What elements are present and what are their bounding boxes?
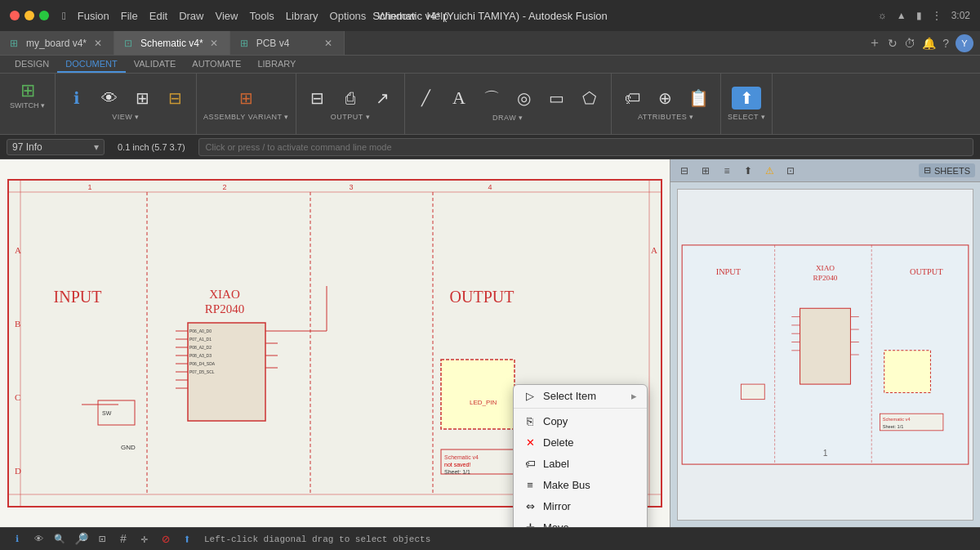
maximize-button[interactable] (39, 11, 49, 20)
attr-btn3[interactable]: 📋 (684, 87, 714, 110)
assembly-btn[interactable]: ⊞ (231, 87, 261, 110)
cm-mirror-label: Mirror (543, 500, 571, 512)
status-cursor-icon[interactable]: ⬆ (180, 532, 194, 547)
tab-close-my-board[interactable]: ✕ (92, 38, 104, 49)
info-dropdown[interactable]: 97 Info ▾ (7, 139, 105, 155)
rp-drc-btn[interactable]: ⊡ (782, 162, 800, 180)
rp-component-btn[interactable]: ⊞ (697, 162, 715, 180)
menu-draw[interactable]: Draw (179, 10, 203, 22)
svg-text:INPUT: INPUT (716, 267, 742, 276)
tab-label: PCB v4 (256, 38, 290, 49)
output-btn3[interactable]: ↗ (368, 87, 398, 110)
status-fit-icon[interactable]: ⊡ (95, 532, 109, 547)
rect-btn[interactable]: ▭ (542, 87, 572, 110)
tab-schematic[interactable]: ⊡ Schematic v4* ✕ (114, 31, 230, 55)
rp-layers-btn[interactable]: ≡ (718, 162, 736, 180)
svg-text:Sheet: 1/1: Sheet: 1/1 (444, 469, 470, 475)
spotlight-icon[interactable]: ☼ (878, 10, 887, 21)
cm-make-bus[interactable]: ≡ Make Bus (514, 474, 647, 495)
help-button[interactable]: ? (942, 37, 949, 50)
cm-delete[interactable]: ✕ Delete (514, 432, 647, 453)
status-cross-icon[interactable]: ✛ (137, 532, 152, 547)
menu-options[interactable]: Options (330, 10, 367, 22)
cm-copy[interactable]: ⎘ Copy (514, 410, 647, 432)
tab-my-board[interactable]: ⊞ my_board v4* ✕ (0, 31, 114, 55)
menu-tools[interactable]: Tools (249, 10, 274, 22)
cm-label[interactable]: 🏷 Label (514, 453, 647, 474)
status-text: Left-click diagonal drag to select objec… (204, 534, 430, 544)
titlebar-right: ☼ ▲ ▮ ⋮ 3:02 (878, 10, 970, 21)
status-grid-icon[interactable]: # (116, 532, 131, 547)
menu-library[interactable]: Library (286, 10, 318, 22)
history-button[interactable]: ⏱ (904, 37, 915, 50)
tab-close-pcb[interactable]: ✕ (323, 38, 334, 49)
tab-design[interactable]: DESIGN (7, 56, 57, 73)
status-zoom-out-icon[interactable]: 🔎 (74, 532, 88, 547)
sheets-button[interactable]: ⊟ SHEETS (919, 163, 975, 177)
rp-cursor-btn[interactable]: ⬆ (739, 162, 757, 180)
print-icon: ⎙ (345, 90, 355, 106)
line-icon: ╱ (421, 91, 430, 105)
attr-btn1[interactable]: 🏷 (618, 87, 648, 110)
polygon-btn[interactable]: ⬠ (575, 87, 604, 110)
cm-delete-label: Delete (543, 436, 574, 449)
copy-icon: ⎘ (523, 414, 537, 427)
menu-fusion[interactable]: Fusion (78, 10, 109, 22)
select-btn[interactable]: ⬆ (732, 87, 761, 110)
status-zoom-in-icon[interactable]: 🔍 (52, 532, 67, 547)
tab-automate[interactable]: AUTOMATE (184, 56, 249, 73)
svg-text:OUTPUT: OUTPUT (910, 267, 943, 276)
rp-warning-btn[interactable]: ⚠ (760, 162, 778, 180)
rp-grid-btn[interactable]: ⊟ (675, 162, 693, 180)
status-info-icon[interactable]: ℹ (10, 532, 24, 547)
cm-label-label: Label (543, 458, 569, 470)
menu-file[interactable]: File (121, 10, 138, 22)
profile-button[interactable]: Y (956, 34, 973, 52)
main-area: A B C D A 1 2 3 4 INPUT XIAO RP2040 OUTP… (0, 159, 980, 527)
layers-icon: ⊟ (168, 90, 182, 106)
notifications-icon[interactable]: ▲ (897, 10, 906, 21)
svg-text:INPUT: INPUT (54, 288, 102, 306)
arc-btn[interactable]: ⌒ (477, 87, 506, 110)
command-input[interactable] (198, 138, 973, 156)
tabs-actions: ＋ ↻ ⏱ 🔔 ? Y (862, 34, 980, 52)
minimize-button[interactable] (24, 11, 34, 20)
notifications-button[interactable]: 🔔 (922, 37, 936, 50)
grid-view-btn[interactable]: ⊞ (127, 87, 157, 110)
attr-btn2[interactable]: ⊕ (651, 87, 680, 110)
output-btn1[interactable]: ⊟ (303, 87, 332, 110)
menu-view[interactable]: View (215, 10, 238, 22)
line-btn[interactable]: ╱ (412, 87, 441, 109)
tab-library[interactable]: LIBRARY (249, 56, 304, 73)
layers-btn[interactable]: ⊟ (160, 87, 189, 110)
tab-close-schematic[interactable]: ✕ (208, 38, 220, 49)
mini-schematic[interactable]: INPUT XIAO RP2040 OUTPUT (670, 182, 980, 527)
tab-document[interactable]: DOCUMENT (57, 56, 126, 73)
info-view-btn[interactable]: ℹ (62, 87, 91, 110)
refresh-button[interactable]: ↻ (888, 37, 898, 50)
battery-icon[interactable]: ▮ (916, 10, 922, 21)
tab-validate[interactable]: VALIDATE (126, 56, 185, 73)
close-button[interactable] (10, 11, 20, 20)
status-eye-icon[interactable]: 👁 (31, 532, 46, 547)
cm-mirror[interactable]: ⇔ Mirror (514, 495, 647, 516)
switch-icon: ⊞ (20, 80, 35, 101)
dimension-display: 0.1 inch (5.7 3.7) (111, 142, 192, 152)
cm-move[interactable]: ✛ Move (514, 516, 647, 527)
command-bar: 97 Info ▾ 0.1 inch (5.7 3.7) (0, 135, 980, 159)
switch-section[interactable]: ⊞ SWITCH ▾ (0, 74, 56, 134)
cm-select-item[interactable]: ▷ Select Item ▸ (514, 385, 647, 406)
output-btn2[interactable]: ⎙ (336, 87, 365, 110)
delete-icon: ✕ (523, 436, 537, 449)
menu-apple[interactable]:  (62, 10, 66, 22)
status-bar: ℹ 👁 🔍 🔎 ⊡ # ✛ ⊘ ⬆ Left-click diagonal dr… (0, 527, 980, 550)
menu-edit[interactable]: Edit (149, 10, 167, 22)
text-btn[interactable]: A (444, 86, 474, 110)
canvas-area[interactable]: A B C D A 1 2 3 4 INPUT XIAO RP2040 OUTP… (0, 159, 670, 527)
status-stop-icon[interactable]: ⊘ (158, 532, 173, 547)
control-center-icon[interactable]: ⋮ (932, 10, 942, 21)
eye-view-btn[interactable]: 👁 (95, 87, 124, 110)
tab-pcb[interactable]: ⊞ PCB v4 ✕ (230, 31, 345, 55)
circle-btn[interactable]: ◎ (510, 87, 539, 110)
add-tab-button[interactable]: ＋ (868, 34, 881, 51)
